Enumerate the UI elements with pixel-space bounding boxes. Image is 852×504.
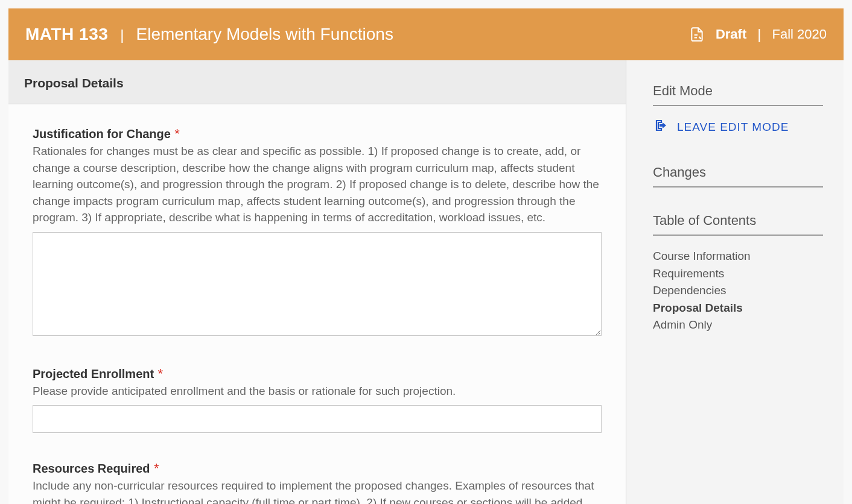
field-resources: Resources Required * Include any non-cur…: [33, 461, 602, 504]
exit-icon: [654, 118, 669, 136]
page-header: MATH 133 | Elementary Models with Functi…: [8, 8, 844, 60]
toc-title: Table of Contents: [653, 213, 823, 236]
sidebar-changes: Changes: [653, 165, 823, 187]
enrollment-help: Please provide anticipated enrollment an…: [33, 383, 602, 400]
toc-item-admin-only[interactable]: Admin Only: [653, 317, 823, 334]
status-label: Draft: [716, 27, 746, 42]
field-enrollment: Projected Enrollment * Please provide an…: [33, 366, 602, 433]
form-body: Justification for Change * Rationales fo…: [8, 104, 626, 504]
section-header: Proposal Details: [8, 60, 626, 104]
leave-edit-label: LEAVE EDIT MODE: [677, 121, 789, 134]
header-divider-right: |: [757, 26, 761, 43]
toc-item-dependencies[interactable]: Dependencies: [653, 282, 823, 300]
justification-label: Justification for Change: [33, 127, 171, 140]
toc-item-proposal-details[interactable]: Proposal Details: [653, 300, 823, 317]
header-left: MATH 133 | Elementary Models with Functi…: [25, 25, 393, 44]
enrollment-input[interactable]: [33, 405, 602, 433]
main-panel: Proposal Details Justification for Chang…: [8, 60, 626, 504]
justification-help: Rationales for changes must be as clear …: [33, 143, 602, 226]
course-title: Elementary Models with Functions: [136, 25, 393, 44]
sidebar-edit-mode: Edit Mode LEAVE EDIT MODE: [653, 83, 823, 136]
sidebar-toc: Table of Contents Course Information Req…: [653, 213, 823, 334]
course-code: MATH 133: [25, 25, 108, 44]
justification-input[interactable]: [33, 232, 602, 336]
resources-help: Include any non-curricular resources req…: [33, 477, 602, 504]
document-edit-icon: [689, 27, 705, 42]
toc-list: Course Information Requirements Dependen…: [653, 248, 823, 334]
term-label: Fall 2020: [772, 27, 827, 42]
resources-label: Resources Required: [33, 462, 150, 475]
toc-item-course-information[interactable]: Course Information: [653, 248, 823, 265]
leave-edit-mode-button[interactable]: LEAVE EDIT MODE: [653, 118, 823, 136]
required-star-icon: *: [174, 126, 180, 141]
section-title: Proposal Details: [24, 76, 610, 90]
sidebar: Edit Mode LEAVE EDIT MODE Changes Table …: [626, 60, 844, 504]
required-star-icon: *: [158, 366, 164, 381]
enrollment-label: Projected Enrollment: [33, 367, 154, 380]
field-justification: Justification for Change * Rationales fo…: [33, 126, 602, 338]
toc-item-requirements[interactable]: Requirements: [653, 265, 823, 283]
required-star-icon: *: [154, 461, 159, 476]
changes-title: Changes: [653, 165, 823, 187]
header-divider-left: |: [120, 27, 124, 43]
header-right: Draft | Fall 2020: [689, 26, 827, 43]
edit-mode-title: Edit Mode: [653, 83, 823, 106]
